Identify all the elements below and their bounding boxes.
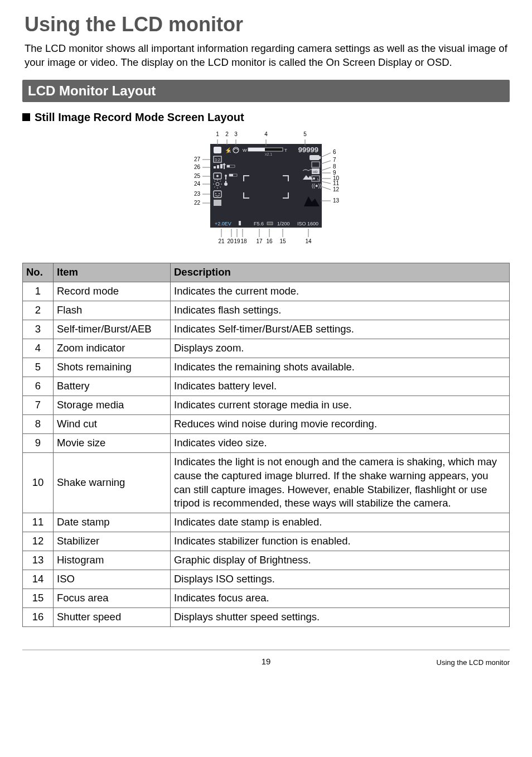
callout-20: 20 [227, 238, 234, 244]
cell-desc: Indicates the light is not enough and th… [171, 452, 510, 513]
cell-desc: Reduces wind noise during movie recordin… [171, 414, 510, 433]
svg-rect-23 [227, 165, 230, 167]
callout-8: 8 [333, 163, 336, 170]
zoom-w-label: W [243, 148, 247, 153]
cell-no: 9 [23, 433, 54, 452]
footer-right: Using the LCD monitor [437, 658, 510, 668]
cell-item: Date stamp [54, 513, 171, 532]
cell-no: 14 [23, 570, 54, 589]
cell-desc: Indicates the current mode. [171, 282, 510, 301]
cell-no: 4 [23, 339, 54, 358]
cell-item: Zoom indicator [54, 339, 171, 358]
svg-rect-46 [267, 222, 273, 225]
cell-desc: Indicates flash settings. [171, 301, 510, 320]
table-row: 15Focus areaIndicates focus area. [23, 589, 510, 608]
svg-rect-40 [225, 181, 226, 182]
callout-6: 6 [333, 149, 336, 155]
cell-desc: Displays shutter speed settings. [171, 608, 510, 627]
svg-rect-18 [217, 165, 219, 168]
svg-rect-6 [309, 155, 320, 160]
table-row: 16Shutter speedDisplays shutter speed se… [23, 608, 510, 627]
svg-text:HD: HD [313, 170, 318, 173]
svg-point-26 [225, 175, 227, 177]
svg-line-53 [321, 153, 331, 157]
cell-item: Shake warning [54, 452, 171, 513]
cell-desc: Graphic display of Brightness. [171, 551, 510, 570]
table-row: 7Storage mediaIndicates current storage … [23, 396, 510, 414]
cell-desc: Indicates Self-timer/Burst/AEB settings. [171, 320, 510, 339]
cell-no: 8 [23, 414, 54, 433]
page-number: 19 [262, 656, 271, 667]
callout-19: 19 [234, 238, 240, 244]
callout-22: 22 [194, 200, 201, 206]
callout-13: 13 [333, 197, 340, 204]
callout-1: 1 [216, 131, 219, 137]
cell-item: Stabilizer [54, 532, 171, 551]
section-heading: LCD Monitor Layout [22, 80, 510, 102]
osd-items-table: No. Item Description 1Record modeIndicat… [22, 263, 510, 627]
svg-rect-1 [214, 147, 221, 153]
zoom-value: x2.1 [265, 152, 272, 156]
cell-no: 5 [23, 358, 54, 377]
table-row: 4Zoom indicatorDisplays zoom. [23, 339, 510, 358]
table-row: 2FlashIndicates flash settings. [23, 301, 510, 320]
fstop-value: F5.6 [254, 221, 264, 226]
svg-text:((●)): ((●)) [312, 183, 321, 189]
sub-heading: Still Image Record Mode Screen Layout [22, 110, 510, 125]
square-bullet-icon [22, 113, 30, 121]
th-item: Item [54, 263, 171, 282]
cell-desc: Displays ISO settings. [171, 570, 510, 589]
table-row: 13HistogramGraphic display of Brightness… [23, 551, 510, 570]
table-row: 8Wind cutReduces wind noise during movie… [23, 414, 510, 433]
table-row: 12StabilizerIndicates stabilizer functio… [23, 532, 510, 551]
cell-item: Focus area [54, 589, 171, 608]
cell-item: ISO [54, 570, 171, 589]
callout-15: 15 [279, 238, 286, 244]
th-no: No. [23, 263, 54, 282]
cell-no: 12 [23, 532, 54, 551]
callout-23: 23 [194, 191, 201, 197]
cell-no: 7 [23, 396, 54, 414]
cell-no: 13 [23, 551, 54, 570]
page-footer: 19 Using the LCD monitor [22, 649, 510, 667]
cell-no: 3 [23, 320, 54, 339]
cell-no: 1 [23, 282, 54, 301]
cell-no: 15 [23, 589, 54, 608]
callout-21: 21 [218, 238, 225, 244]
callout-5: 5 [303, 131, 307, 137]
cell-no: 16 [23, 608, 54, 627]
svg-rect-29 [229, 174, 233, 176]
svg-line-59 [321, 186, 331, 190]
ev-value: +2.0EV [215, 221, 231, 226]
callout-3: 3 [234, 131, 238, 137]
page-title: Using the LCD monitor [22, 11, 510, 38]
cell-desc: Indicates stabilizer function is enabled… [171, 532, 510, 551]
svg-rect-44 [214, 200, 221, 206]
cell-no: 2 [23, 301, 54, 320]
cell-desc: Indicates battery level. [171, 377, 510, 396]
iso-value: ISO 1600 [297, 221, 318, 226]
svg-rect-5 [248, 148, 265, 151]
svg-point-42 [215, 193, 216, 194]
cell-desc: Displays zoom. [171, 339, 510, 358]
table-row: 1Record modeIndicates the current mode. [23, 282, 510, 301]
svg-rect-45 [239, 221, 241, 225]
cell-no: 10 [23, 452, 54, 513]
cell-no: 6 [23, 377, 54, 396]
svg-rect-27 [225, 177, 226, 180]
svg-rect-7 [320, 156, 321, 159]
cell-no: 11 [23, 513, 54, 532]
callout-14: 14 [305, 238, 312, 244]
cell-item: Flash [54, 301, 171, 320]
table-row: 3Self-timer/Burst/AEBIndicates Self-time… [23, 320, 510, 339]
table-row: 14ISODisplays ISO settings. [23, 570, 510, 589]
callout-4: 4 [264, 131, 268, 137]
table-row: 11Date stampIndicates date stamp is enab… [23, 513, 510, 532]
svg-text:3:2: 3:2 [215, 158, 220, 162]
cell-desc: Indicates focus area. [171, 589, 510, 608]
zoom-t-label: T [284, 148, 287, 153]
sub-heading-text: Still Image Record Mode Screen Layout [35, 110, 244, 125]
cell-item: Histogram [54, 551, 171, 570]
callout-26: 26 [194, 164, 201, 170]
svg-point-39 [224, 182, 228, 186]
